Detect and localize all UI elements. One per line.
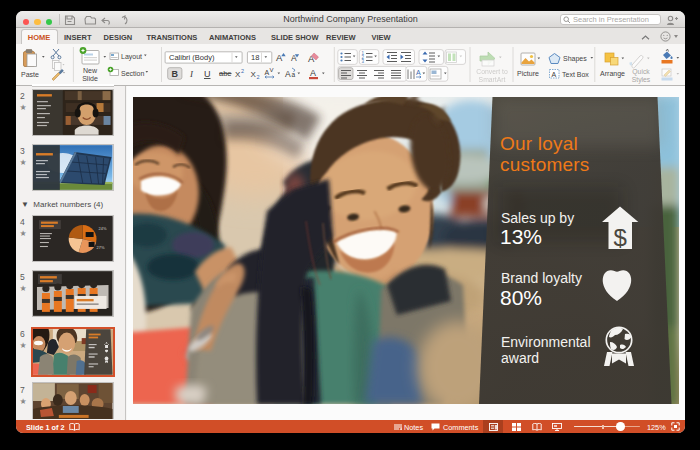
svg-text:New: New <box>83 67 98 74</box>
svg-text:Shapes: Shapes <box>563 55 587 63</box>
svg-text:Calibri (Body): Calibri (Body) <box>169 53 215 62</box>
svg-text:Layout: Layout <box>121 53 142 61</box>
svg-text:Picture: Picture <box>517 70 539 77</box>
svg-text:customers: customers <box>500 154 589 175</box>
svg-text:18: 18 <box>251 53 259 62</box>
svg-text:80%: 80% <box>500 286 542 309</box>
svg-text:Styles: Styles <box>632 76 651 84</box>
svg-text:A: A <box>276 52 283 63</box>
svg-text:2: 2 <box>257 74 260 80</box>
svg-text:Environmental: Environmental <box>501 334 591 350</box>
svg-text:24%: 24% <box>99 226 107 231</box>
svg-text:Sales up by: Sales up by <box>501 210 574 226</box>
svg-text:B: B <box>172 69 179 79</box>
svg-text:A: A <box>310 68 316 78</box>
svg-text:$: $ <box>613 224 626 251</box>
svg-text:V: V <box>270 67 274 73</box>
svg-text:I: I <box>189 69 194 79</box>
svg-text:Arrange: Arrange <box>600 70 625 78</box>
svg-text:Our loyal: Our loyal <box>500 133 578 154</box>
svg-text:award: award <box>501 350 539 366</box>
svg-text:A: A <box>552 71 557 78</box>
svg-text:A: A <box>416 69 421 76</box>
svg-text:2: 2 <box>241 68 244 74</box>
svg-text:a: a <box>292 71 296 78</box>
svg-text:Text Box: Text Box <box>562 71 589 78</box>
svg-text:Section: Section <box>121 70 144 77</box>
svg-text:A: A <box>285 69 291 79</box>
svg-text:U: U <box>204 69 211 79</box>
svg-text:Paste: Paste <box>21 71 39 78</box>
svg-text:13%: 13% <box>500 225 542 248</box>
svg-text:27%: 27% <box>97 244 105 249</box>
svg-text:SmartArt: SmartArt <box>479 76 506 83</box>
svg-text:Slide: Slide <box>82 75 98 82</box>
svg-text:abe: abe <box>219 69 232 78</box>
svg-text:Brand loyalty: Brand loyalty <box>501 270 582 286</box>
svg-text:Convert to: Convert to <box>476 68 508 75</box>
